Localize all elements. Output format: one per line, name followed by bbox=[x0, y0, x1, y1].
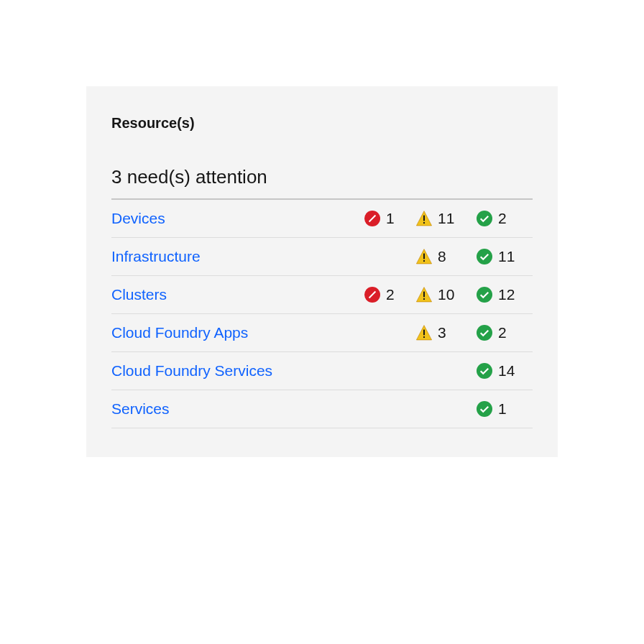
warning-icon bbox=[416, 287, 432, 303]
svg-point-9 bbox=[477, 249, 492, 264]
success-icon bbox=[477, 249, 492, 264]
success-status: 1 bbox=[477, 400, 533, 418]
resource-panel: Resource(s) 3 need(s) attention Devices … bbox=[86, 86, 558, 457]
table-row: Clusters 2 10 12 bbox=[111, 276, 533, 314]
svg-rect-18 bbox=[423, 336, 425, 338]
attention-text: 3 need(s) attention bbox=[111, 166, 533, 188]
table-row: Cloud Foundry Apps 3 2 bbox=[111, 314, 533, 352]
table-row: Infrastructure 8 11 bbox=[111, 238, 533, 276]
table-row: Services 1 bbox=[111, 390, 533, 428]
error-icon bbox=[364, 287, 380, 303]
success-count: 2 bbox=[498, 324, 507, 341]
resource-link-cf-apps[interactable]: Cloud Foundry Apps bbox=[111, 324, 364, 341]
success-status: 12 bbox=[477, 286, 533, 303]
success-status: 2 bbox=[477, 324, 533, 341]
resource-link-infrastructure[interactable]: Infrastructure bbox=[111, 248, 364, 265]
resource-link-clusters[interactable]: Clusters bbox=[111, 286, 364, 303]
warning-icon bbox=[416, 249, 432, 264]
success-count: 12 bbox=[498, 286, 515, 303]
success-icon bbox=[477, 325, 492, 341]
svg-rect-12 bbox=[423, 292, 425, 298]
resource-link-services[interactable]: Services bbox=[111, 400, 364, 418]
success-status: 14 bbox=[477, 362, 533, 380]
success-icon bbox=[477, 363, 492, 379]
svg-rect-17 bbox=[423, 330, 425, 336]
warning-status: 10 bbox=[416, 286, 477, 303]
warning-count: 11 bbox=[438, 210, 454, 227]
svg-rect-7 bbox=[423, 254, 425, 259]
success-count: 11 bbox=[498, 248, 515, 265]
success-status: 11 bbox=[477, 248, 533, 265]
error-count: 1 bbox=[386, 210, 395, 227]
panel-title: Resource(s) bbox=[111, 115, 533, 132]
success-icon bbox=[477, 401, 492, 417]
warning-status: 3 bbox=[416, 324, 477, 341]
error-count: 2 bbox=[386, 286, 395, 303]
svg-point-4 bbox=[477, 211, 492, 226]
success-icon bbox=[477, 211, 492, 226]
warning-count: 8 bbox=[438, 248, 446, 265]
svg-point-14 bbox=[477, 287, 492, 303]
table-row: Devices 1 11 2 bbox=[111, 200, 533, 238]
svg-rect-2 bbox=[423, 216, 425, 221]
success-icon bbox=[477, 287, 492, 303]
warning-count: 3 bbox=[438, 324, 446, 341]
warning-icon bbox=[416, 325, 432, 341]
svg-point-24 bbox=[477, 363, 492, 379]
resource-table: Devices 1 11 2 Infrastructure 8 bbox=[111, 198, 533, 428]
success-count: 2 bbox=[498, 210, 507, 227]
svg-point-19 bbox=[477, 325, 492, 341]
warning-status: 11 bbox=[416, 210, 477, 227]
success-status: 2 bbox=[477, 210, 533, 227]
warning-status: 8 bbox=[416, 248, 477, 265]
svg-rect-3 bbox=[423, 222, 425, 224]
warning-icon bbox=[416, 211, 432, 226]
svg-rect-13 bbox=[423, 298, 425, 300]
success-count: 1 bbox=[498, 400, 507, 418]
error-icon bbox=[364, 211, 380, 226]
svg-point-29 bbox=[477, 401, 492, 417]
resource-link-cf-services[interactable]: Cloud Foundry Services bbox=[111, 362, 364, 380]
warning-count: 10 bbox=[438, 286, 454, 303]
svg-rect-8 bbox=[423, 260, 425, 262]
error-status: 1 bbox=[364, 210, 416, 227]
resource-link-devices[interactable]: Devices bbox=[111, 210, 364, 227]
error-status: 2 bbox=[364, 286, 416, 303]
success-count: 14 bbox=[498, 362, 515, 380]
table-row: Cloud Foundry Services 14 bbox=[111, 352, 533, 390]
